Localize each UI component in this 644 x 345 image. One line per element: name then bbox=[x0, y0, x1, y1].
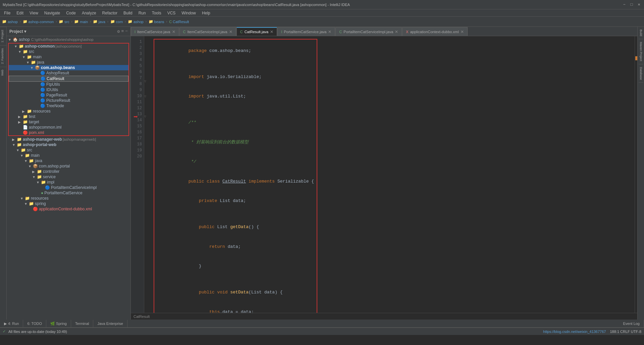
side-tab-favorites[interactable]: 2: Favorites bbox=[0, 45, 6, 67]
tree-item-ashop-portal-web[interactable]: ▼ 📁 ashop-portal-web bbox=[7, 142, 130, 147]
minimize-button[interactable]: − bbox=[622, 2, 627, 7]
tab-item-cat-service-impl[interactable]: C ItemCatServiceImpl.java ✕ bbox=[179, 27, 236, 36]
menu-code[interactable]: Code bbox=[63, 10, 78, 16]
tree-item-page-result[interactable]: 🔵 PageResult bbox=[9, 92, 128, 98]
right-tab-build[interactable]: Build bbox=[639, 27, 643, 39]
side-tab-project[interactable]: 1: Project bbox=[0, 27, 6, 45]
tab-close-item-cat-service[interactable]: ✕ bbox=[172, 29, 175, 34]
nav-src[interactable]: 📁 src bbox=[59, 19, 69, 24]
tree-item-ashop-result[interactable]: 🔵 AshopResult bbox=[9, 70, 128, 76]
tree-item-java[interactable]: ▼ 📁 java bbox=[9, 60, 128, 65]
code-highlight-box: package com.ashop.beans; import java.io.… bbox=[154, 39, 317, 313]
maximize-button[interactable]: □ bbox=[629, 2, 634, 7]
tree-item-portal-main[interactable]: ▼ 📁 main bbox=[7, 153, 130, 158]
menu-help[interactable]: Help bbox=[199, 10, 213, 16]
tree-item-ashop-manager-web[interactable]: ▶ 📁 ashop-manager-web [ashopmanagerweb] bbox=[7, 137, 130, 142]
tab-application-context-dubbo[interactable]: X applicationContext-dubbo.xml ✕ bbox=[402, 27, 467, 36]
tree-item-controller[interactable]: ▶ 📁 controller bbox=[7, 169, 130, 174]
menu-navigate[interactable]: Navigate bbox=[42, 10, 63, 16]
tab-close-cat-result[interactable]: ✕ bbox=[270, 29, 273, 34]
menu-run[interactable]: Run bbox=[136, 10, 149, 16]
menu-file[interactable]: File bbox=[1, 10, 13, 16]
right-tab-database[interactable]: Database bbox=[639, 64, 643, 83]
nav-java[interactable]: 📁 java bbox=[93, 19, 105, 24]
tab-portal-item-cat-service-impl[interactable]: C PortalItemCatServiceImpl.java ✕ bbox=[335, 27, 402, 36]
sidebar-sync-btn[interactable]: ⚙ bbox=[117, 29, 120, 34]
run-tab-run[interactable]: ▶ 4: Run bbox=[0, 320, 23, 327]
menu-analyze[interactable]: Analyze bbox=[79, 10, 99, 16]
run-tab-event-log[interactable]: Event Log bbox=[619, 320, 644, 327]
nav-ashop[interactable]: 📁 ashop bbox=[2, 19, 18, 24]
right-tab-maven[interactable]: Maven Project bbox=[639, 39, 643, 64]
run-tabs: ▶ 4: Run 6: TODO 🌿 Spring Terminal Java … bbox=[0, 320, 644, 328]
status-right-group: https://blog.csdn.net/weixin_41367767 18… bbox=[543, 330, 641, 334]
tree-item-tree-node[interactable]: 🔵 TreeNode bbox=[9, 103, 128, 109]
close-button[interactable]: ✕ bbox=[637, 2, 641, 7]
tab-close-item-cat-service-impl[interactable]: ✕ bbox=[229, 29, 232, 34]
tab-portal-item-cat-service[interactable]: I PortalItemCatService.java ✕ bbox=[277, 27, 335, 36]
tab-close-portal-item-cat-service-impl[interactable]: ✕ bbox=[395, 29, 398, 34]
nav-main[interactable]: 📁 main bbox=[74, 19, 88, 24]
tab-icon-portal-item-cat-service-impl: C bbox=[339, 30, 342, 34]
tree-item-picture-result[interactable]: 🔵 PictureResult bbox=[9, 98, 128, 103]
code-content[interactable]: package com.ashop.beans; import java.io.… bbox=[150, 36, 635, 313]
tree-item-target[interactable]: ▶ 📁 target bbox=[9, 119, 128, 125]
tab-item-cat-service[interactable]: I ItemCatService.java ✕ bbox=[131, 27, 179, 36]
tree-item-portal-item-cat-service-impl[interactable]: 🔵 PortalItemCatServiceImpl bbox=[7, 185, 130, 190]
tree-item-portal-resources[interactable]: ▼ 📁 resources bbox=[7, 196, 130, 201]
tree-item-ftp-utils[interactable]: 🔵 FtpUtils bbox=[9, 82, 128, 87]
tree-item-id-utils[interactable]: 🔵 IDUtils bbox=[9, 87, 128, 92]
right-gutter bbox=[635, 36, 637, 313]
nav-ashop-common[interactable]: 📁 ashop-common bbox=[23, 19, 54, 24]
tree-item-ashop[interactable]: ▼ 🏠 ashop C:\githubRepositories\shopping… bbox=[7, 37, 130, 42]
tree-item-test[interactable]: ▶ 📁 test bbox=[9, 114, 128, 119]
line-numbers: 1 2 3 4 5 6 7 8 9 10 11 12 13 14 15 16 1… bbox=[131, 36, 144, 313]
menu-refactor[interactable]: Refactor bbox=[100, 10, 120, 16]
side-tab-web[interactable]: Web bbox=[0, 67, 6, 78]
sidebar-settings-btn[interactable]: ≡ bbox=[121, 29, 124, 34]
status-position: 188:1 CRLF UTF-8 bbox=[610, 330, 641, 334]
nav-ashop2[interactable]: 📁 ashop bbox=[128, 19, 144, 24]
tree-item-spring[interactable]: ▼ 📁 spring bbox=[7, 201, 130, 206]
tree-item-com-ashop-portal[interactable]: ▼ 📦 com.ashop.portal bbox=[7, 163, 130, 169]
tree-item-service[interactable]: ▼ 📁 service bbox=[7, 174, 130, 180]
tree-item-resources[interactable]: ▶ 📁 resources bbox=[9, 109, 128, 114]
tree-item-portal-item-cat-service[interactable]: ● PortalItemCatService bbox=[7, 190, 130, 196]
menu-bar: File Edit View Navigate Code Analyze Ref… bbox=[0, 9, 644, 17]
project-sidebar: Project ▾ ⚙ ≡ − ▼ 🏠 ashop C:\githubRepos… bbox=[7, 27, 131, 320]
nav-beans[interactable]: 📁 beans bbox=[149, 19, 164, 24]
tree-item-src[interactable]: ▼ 📁 src bbox=[9, 49, 128, 54]
menu-tools[interactable]: Tools bbox=[149, 10, 164, 16]
tree-item-portal-src[interactable]: ▼ 📁 src bbox=[7, 147, 130, 153]
tree-item-pom-xml[interactable]: 🔴 pom.xml bbox=[9, 130, 128, 135]
run-tab-spring[interactable]: 🌿 Spring bbox=[46, 320, 71, 327]
code-line-15 bbox=[157, 276, 314, 283]
tree-item-cat-result[interactable]: 🔵 CatResult bbox=[9, 76, 128, 82]
tree-item-ashopcommon-iml[interactable]: 📄 ashopcommon.iml bbox=[9, 125, 128, 130]
menu-vcs[interactable]: VCS bbox=[165, 10, 178, 16]
code-line-6: /** bbox=[157, 113, 314, 133]
status-message: All files are up-to-date (today 10:49) bbox=[8, 330, 67, 334]
tree-item-main[interactable]: ▼ 📁 main bbox=[9, 54, 128, 60]
tree-item-com-ashop-beans[interactable]: ▼ 📦 com.ashop.beans bbox=[9, 65, 128, 70]
nav-com[interactable]: 📁 com bbox=[110, 19, 123, 24]
code-editor[interactable]: 1 2 3 4 5 6 7 8 9 10 11 12 13 14 15 16 1… bbox=[131, 36, 637, 313]
sidebar-close-btn[interactable]: − bbox=[125, 29, 128, 34]
tab-close-application-context-dubbo[interactable]: ✕ bbox=[461, 29, 464, 34]
code-line-2 bbox=[157, 61, 314, 67]
tree-item-impl[interactable]: ▼ 📁 impl bbox=[7, 180, 130, 185]
tree-item-application-context-dubbo[interactable]: 🔴 applicationContext-dubbo.xml bbox=[7, 206, 130, 212]
tab-cat-result[interactable]: C CatResult.java ✕ bbox=[236, 27, 277, 36]
menu-build[interactable]: Build bbox=[121, 10, 135, 16]
tree-item-ashop-common[interactable]: ▼ 📁 ashop-common [ashopcommon] bbox=[9, 44, 128, 49]
run-tab-terminal[interactable]: Terminal bbox=[71, 320, 94, 327]
tree-item-portal-java[interactable]: ▼ 📁 java bbox=[7, 158, 130, 163]
menu-view[interactable]: View bbox=[27, 10, 41, 16]
tab-close-portal-item-cat-service[interactable]: ✕ bbox=[328, 29, 331, 34]
menu-edit[interactable]: Edit bbox=[14, 10, 26, 16]
nav-catresult[interactable]: C CatResult bbox=[169, 20, 189, 24]
code-line-10: private List data; bbox=[157, 191, 314, 211]
run-tab-java-enterprise[interactable]: Java Enterprise bbox=[93, 320, 127, 327]
menu-window[interactable]: Window bbox=[179, 10, 199, 16]
run-tab-todo[interactable]: 6: TODO bbox=[23, 320, 46, 327]
